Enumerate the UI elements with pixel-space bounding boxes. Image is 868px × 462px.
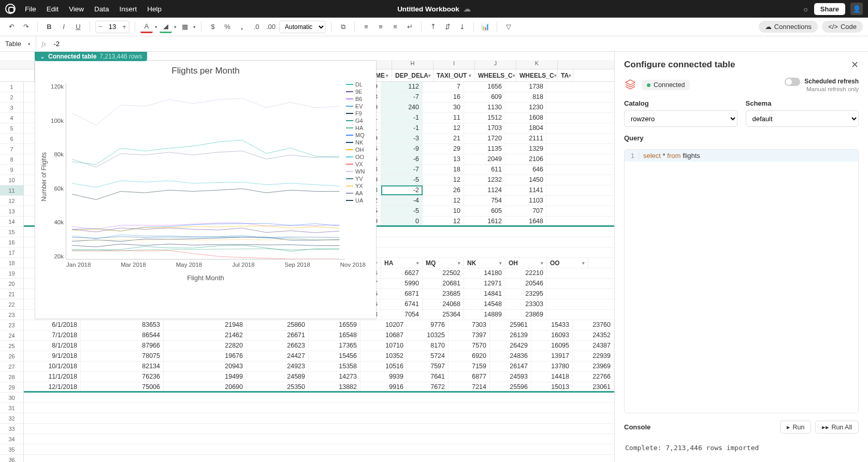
redo-button[interactable]: ↷ (20, 21, 32, 33)
cell[interactable]: 25596 (490, 382, 531, 391)
row-header[interactable]: 4 (0, 113, 23, 123)
cell[interactable]: -3 (381, 134, 423, 143)
cell[interactable]: 10/1/2018 (24, 362, 81, 371)
cell[interactable]: 16095 (531, 341, 573, 351)
cell[interactable]: 23685 (423, 289, 464, 299)
cell[interactable]: 707 (505, 206, 547, 216)
cell[interactable]: 23760 (573, 320, 614, 330)
workbook-title[interactable]: Untitled Workbook (397, 5, 459, 13)
cell[interactable]: 818 (505, 92, 547, 102)
cell[interactable]: 12 (423, 123, 464, 133)
cell[interactable]: 5990 (381, 279, 423, 288)
menu-file[interactable]: File (25, 5, 36, 13)
cell[interactable]: 1124 (464, 185, 505, 195)
cell[interactable]: 20943 (164, 362, 247, 371)
cell[interactable]: 7672 (407, 382, 449, 391)
cell[interactable]: 23869 (505, 310, 547, 320)
cell[interactable]: 10687 (360, 330, 407, 340)
table-header-mq[interactable]: MQ▾ (423, 258, 464, 268)
row-header[interactable]: 30 (0, 393, 23, 403)
user-menu-button[interactable]: 👤 (850, 3, 863, 15)
cell[interactable]: 754 (464, 196, 505, 206)
row-header[interactable]: 19 (0, 268, 23, 279)
insert-chart-button[interactable]: 📊 (479, 21, 491, 33)
cell[interactable]: 24589 (247, 372, 309, 382)
connections-button[interactable]: ☁ Connections (759, 21, 818, 33)
cell[interactable]: 7597 (407, 362, 449, 371)
menu-help[interactable]: Help (147, 5, 162, 13)
cell[interactable]: 7570 (449, 341, 490, 351)
cell[interactable]: 15358 (309, 362, 360, 371)
cell[interactable]: 6871 (381, 289, 423, 299)
wrap-text-button[interactable]: ↵ (403, 21, 416, 33)
filter-button[interactable]: ▽ (502, 21, 515, 33)
cell[interactable]: -6 (381, 154, 423, 164)
cell[interactable]: -5 (381, 206, 423, 216)
row-header[interactable]: 15 (0, 227, 23, 237)
query-editor[interactable]: 1 select * from flights (624, 149, 859, 413)
cell[interactable]: 7/1/2018 (24, 330, 81, 340)
align-top-button[interactable]: ⤒ (427, 21, 439, 33)
cell[interactable]: 30 (423, 103, 464, 112)
cell[interactable]: 605 (464, 206, 505, 216)
number-format-select[interactable]: Automatic (279, 21, 326, 33)
cell[interactable]: 24387 (573, 341, 614, 351)
cell[interactable]: 646 (505, 165, 547, 175)
close-icon[interactable]: ✕ (851, 59, 859, 70)
cell[interactable]: 16093 (531, 330, 573, 340)
row-header[interactable]: 10 (0, 175, 23, 185)
cell[interactable]: 87966 (81, 341, 164, 351)
cell[interactable]: 78075 (81, 351, 164, 361)
cell[interactable]: 7159 (449, 362, 490, 371)
cell[interactable]: 9916 (360, 382, 407, 391)
cell[interactable]: 24427 (247, 351, 309, 361)
row-header[interactable]: 27 (0, 362, 23, 372)
cell[interactable]: 10325 (407, 330, 449, 340)
table-header-wheels_c[interactable]: WHEELS_C▾ (475, 69, 516, 81)
row-header[interactable]: 9 (0, 165, 23, 175)
row-header[interactable]: 22 (0, 299, 23, 310)
cell[interactable]: 26429 (490, 341, 531, 351)
row-header[interactable]: 35 (0, 444, 23, 455)
chart-overlay[interactable]: Flights per Month Number of Flights 120k… (35, 60, 377, 319)
cell[interactable]: 21462 (164, 330, 247, 340)
cell[interactable]: 1703 (464, 123, 505, 133)
table-header-ta[interactable]: TA▾ (558, 69, 573, 81)
merge-button[interactable]: ⧉ (337, 21, 349, 33)
cell[interactable]: -1 (381, 123, 423, 133)
col-header-I[interactable]: I (433, 60, 475, 69)
cell[interactable]: 6/1/2018 (24, 320, 81, 330)
row-header[interactable]: 34 (0, 434, 23, 444)
cell[interactable]: 20681 (423, 279, 464, 288)
cell[interactable]: 26671 (247, 330, 309, 340)
cell[interactable]: -2 (381, 185, 423, 195)
cell[interactable]: 20690 (164, 382, 247, 391)
cell[interactable]: 24923 (247, 362, 309, 371)
col-header-K[interactable]: K (516, 60, 558, 69)
row-header[interactable]: 28 (0, 372, 23, 382)
menu-insert[interactable]: Insert (120, 5, 137, 13)
cell[interactable]: 1804 (505, 123, 547, 133)
cell[interactable]: 12 (423, 175, 464, 185)
cell[interactable]: 609 (464, 92, 505, 102)
cell[interactable]: 9776 (407, 320, 449, 330)
row-header[interactable]: 32 (0, 413, 23, 424)
cell[interactable]: -7 (381, 92, 423, 102)
table-header-wheels_c[interactable]: WHEELS_C▾ (516, 69, 558, 81)
cell[interactable]: 83653 (81, 320, 164, 330)
cell[interactable]: 24068 (423, 299, 464, 309)
cell[interactable]: 13882 (309, 382, 360, 391)
cell[interactable]: 1608 (505, 113, 547, 123)
cell[interactable]: 1130 (464, 103, 505, 112)
select-all-corner[interactable] (0, 60, 35, 69)
name-box[interactable]: Table ▾ (0, 36, 36, 51)
row-header[interactable]: 33 (0, 424, 23, 434)
row-header[interactable]: 18 (0, 258, 23, 268)
row-header[interactable]: 16 (0, 237, 23, 248)
cell[interactable]: 7397 (449, 330, 490, 340)
cell[interactable]: 6741 (381, 299, 423, 309)
cell[interactable]: 21948 (164, 320, 247, 330)
cell[interactable]: 1450 (505, 175, 547, 185)
catalog-select[interactable]: rowzero (624, 110, 737, 127)
align-bottom-button[interactable]: ⤓ (456, 21, 468, 33)
